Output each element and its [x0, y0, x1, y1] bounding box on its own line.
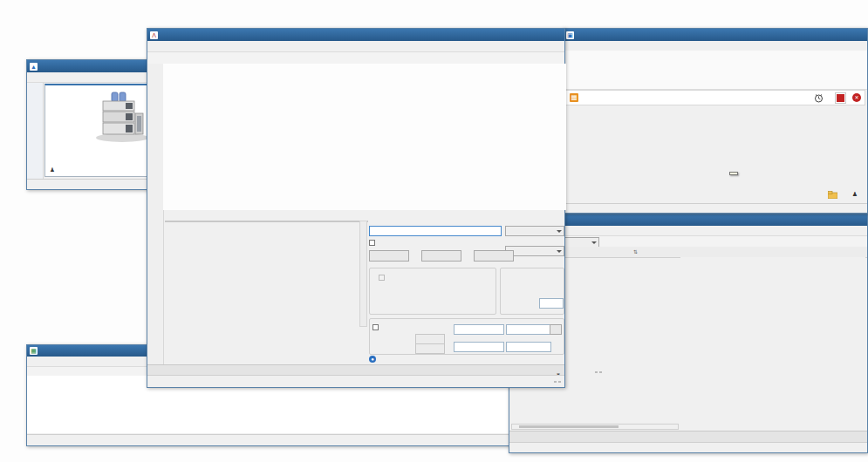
- result-table-wrap: [165, 221, 368, 222]
- user-chip[interactable]: ♟: [852, 191, 860, 198]
- tooltip: [729, 172, 738, 175]
- units-input: [415, 343, 445, 354]
- chromatogram-titlebar[interactable]: Λ: [147, 29, 564, 41]
- instrument-titlebar[interactable]: ▣: [564, 29, 867, 41]
- chromatogram-menubar: [147, 41, 564, 52]
- calibration-hscrollbar[interactable]: [511, 424, 679, 430]
- view-button[interactable]: [474, 250, 514, 262]
- clock-icon: [814, 93, 824, 103]
- calibration-chart-area: [680, 257, 865, 424]
- instrument-big-toolbar: [564, 51, 867, 90]
- chromatogram-window: Λ: [147, 28, 565, 388]
- instrument-footer: ♟: [828, 188, 860, 200]
- project-chip[interactable]: [828, 191, 840, 199]
- stop-button[interactable]: [836, 93, 845, 103]
- hide-istd-checkbox: [379, 275, 385, 281]
- instrument-statusbar: [564, 203, 867, 213]
- logged-user: ♟: [50, 166, 55, 173]
- open-stored-checkbox[interactable]: [369, 240, 375, 246]
- use-scale-row[interactable]: [372, 324, 381, 330]
- person-icon: ♟: [50, 166, 55, 173]
- chromatogram-window-icon: Λ: [150, 31, 158, 39]
- unidentified-group: [500, 268, 564, 315]
- sort-spinner-icon[interactable]: ⇅: [633, 249, 638, 255]
- set-button[interactable]: [369, 250, 409, 262]
- calibration-statusbar: [509, 442, 867, 452]
- result-table-vscrollbar[interactable]: [359, 221, 367, 327]
- integration-dropdown[interactable]: [505, 246, 564, 256]
- common-signals-panel: ●: [367, 210, 564, 364]
- user-variables-icon: ●: [369, 356, 376, 363]
- inj-volume-input[interactable]: [454, 342, 504, 352]
- open-stored-checkbox-row[interactable]: [369, 240, 378, 246]
- instrument-graphic: [89, 89, 154, 143]
- calibration-file-buttons: [369, 250, 514, 262]
- report-group: [369, 268, 496, 315]
- folder-icon: [828, 191, 837, 199]
- use-scale-checkbox[interactable]: [372, 324, 379, 330]
- abort-icon[interactable]: ✕: [852, 93, 861, 102]
- running-state-icon: ▦: [570, 93, 578, 102]
- chromatogram-plot-area: [163, 64, 566, 210]
- calibration-tabs: [509, 431, 867, 443]
- instrument-window: ▣ ▦ ✕: [563, 28, 868, 214]
- hide-istd-row: [370, 273, 496, 281]
- sequence-statusbar: [27, 434, 510, 445]
- chromatogram-side-toolbar: [147, 64, 164, 375]
- calculation-dropdown[interactable]: [505, 226, 564, 236]
- amount-input[interactable]: [454, 324, 504, 335]
- dilution-input[interactable]: [506, 342, 551, 352]
- person-icon: ♟: [852, 191, 858, 198]
- calibration-chart[interactable]: [680, 257, 865, 423]
- calibration-file-input[interactable]: [369, 226, 502, 236]
- response-factor-input[interactable]: [539, 298, 564, 309]
- istd-more-button[interactable]: [550, 324, 562, 335]
- none-button[interactable]: [421, 250, 461, 262]
- run-status-bar: ▦ ✕: [565, 90, 865, 105]
- overlay-button[interactable]: [554, 381, 561, 383]
- istd-amount-input[interactable]: [506, 324, 551, 335]
- claritychrom-logo-icon: ▲: [30, 63, 38, 71]
- chromatogram-plot[interactable]: [163, 64, 566, 210]
- user-variables-button[interactable]: ●: [369, 356, 379, 363]
- chromatogram-statusbar: [147, 375, 564, 387]
- scale-group: [369, 318, 564, 355]
- desktop: ▲ ♟ ▦: [0, 0, 868, 462]
- claritychrom-sidebar: [27, 83, 44, 179]
- instrument-window-icon: ▣: [566, 31, 574, 39]
- sequence-window-icon: ▦: [30, 347, 38, 355]
- calibration-overlay-button[interactable]: [595, 371, 602, 373]
